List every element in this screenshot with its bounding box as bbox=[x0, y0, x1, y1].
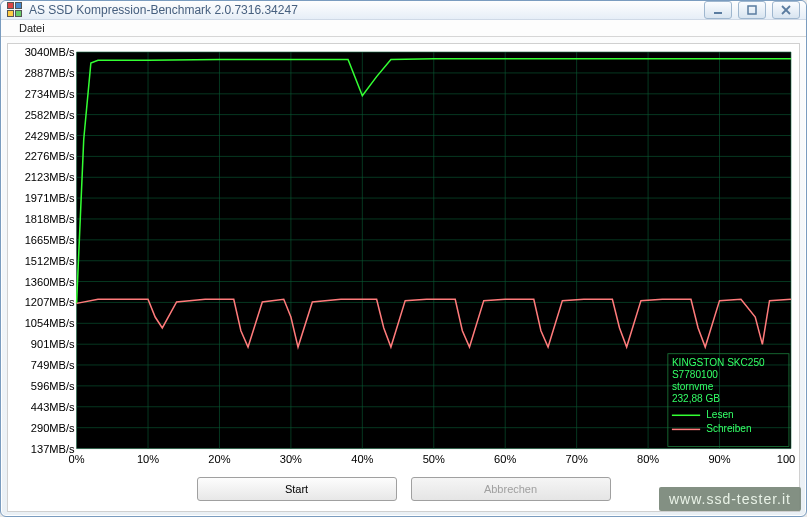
app-icon bbox=[7, 2, 23, 18]
svg-text:10%: 10% bbox=[137, 453, 159, 465]
app-window: AS SSD Kompression-Benchmark 2.0.7316.34… bbox=[0, 0, 807, 517]
svg-rect-1 bbox=[748, 6, 756, 14]
svg-text:70%: 70% bbox=[566, 453, 588, 465]
content-pane: 3040MB/s2887MB/s2734MB/s2582MB/s2429MB/s… bbox=[7, 43, 800, 512]
menu-file[interactable]: Datei bbox=[11, 20, 53, 36]
svg-text:Lesen: Lesen bbox=[706, 409, 733, 420]
svg-text:2734MB/s: 2734MB/s bbox=[25, 88, 75, 100]
svg-text:290MB/s: 290MB/s bbox=[31, 422, 75, 434]
svg-text:1054MB/s: 1054MB/s bbox=[25, 317, 75, 329]
window-controls bbox=[704, 1, 800, 19]
compression-chart: 3040MB/s2887MB/s2734MB/s2582MB/s2429MB/s… bbox=[12, 48, 795, 467]
minimize-button[interactable] bbox=[704, 1, 732, 19]
svg-text:232,88 GB: 232,88 GB bbox=[672, 393, 720, 404]
svg-text:443MB/s: 443MB/s bbox=[31, 401, 75, 413]
window-title: AS SSD Kompression-Benchmark 2.0.7316.34… bbox=[29, 3, 704, 17]
svg-text:stornvme: stornvme bbox=[672, 381, 714, 392]
svg-text:3040MB/s: 3040MB/s bbox=[25, 48, 75, 58]
svg-text:2276MB/s: 2276MB/s bbox=[25, 150, 75, 162]
svg-text:2429MB/s: 2429MB/s bbox=[25, 130, 75, 142]
svg-text:2887MB/s: 2887MB/s bbox=[25, 67, 75, 79]
svg-text:749MB/s: 749MB/s bbox=[31, 359, 75, 371]
titlebar[interactable]: AS SSD Kompression-Benchmark 2.0.7316.34… bbox=[1, 1, 806, 20]
svg-text:S7780100: S7780100 bbox=[672, 369, 718, 380]
svg-text:0%: 0% bbox=[69, 453, 85, 465]
svg-text:40%: 40% bbox=[351, 453, 373, 465]
svg-text:60%: 60% bbox=[494, 453, 516, 465]
start-button[interactable]: Start bbox=[197, 477, 397, 501]
close-button[interactable] bbox=[772, 1, 800, 19]
svg-text:20%: 20% bbox=[208, 453, 230, 465]
svg-text:80%: 80% bbox=[637, 453, 659, 465]
svg-text:Schreiben: Schreiben bbox=[706, 423, 751, 434]
svg-text:2582MB/s: 2582MB/s bbox=[25, 109, 75, 121]
svg-text:1818MB/s: 1818MB/s bbox=[25, 213, 75, 225]
svg-text:KINGSTON SKC250: KINGSTON SKC250 bbox=[672, 357, 765, 368]
maximize-button[interactable] bbox=[738, 1, 766, 19]
svg-text:596MB/s: 596MB/s bbox=[31, 380, 75, 392]
svg-text:100%: 100% bbox=[777, 453, 795, 465]
watermark: www.ssd-tester.it bbox=[659, 487, 801, 511]
cancel-button[interactable]: Abbrechen bbox=[411, 477, 611, 501]
svg-text:1360MB/s: 1360MB/s bbox=[25, 276, 75, 288]
menubar: Datei bbox=[1, 20, 806, 37]
svg-text:2123MB/s: 2123MB/s bbox=[25, 171, 75, 183]
svg-text:30%: 30% bbox=[280, 453, 302, 465]
svg-text:1512MB/s: 1512MB/s bbox=[25, 255, 75, 267]
svg-text:1207MB/s: 1207MB/s bbox=[25, 296, 75, 308]
svg-text:50%: 50% bbox=[423, 453, 445, 465]
svg-text:1665MB/s: 1665MB/s bbox=[25, 234, 75, 246]
svg-text:901MB/s: 901MB/s bbox=[31, 338, 75, 350]
svg-text:1971MB/s: 1971MB/s bbox=[25, 192, 75, 204]
svg-text:90%: 90% bbox=[708, 453, 730, 465]
